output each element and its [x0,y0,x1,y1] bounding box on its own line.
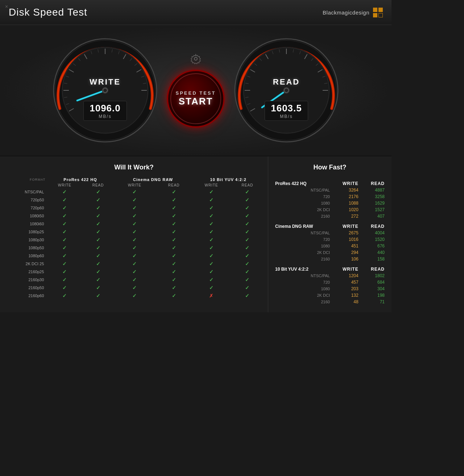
write-value: 3264 [333,187,360,193]
format-cell: 2K DCI 25 [4,260,47,268]
close-button[interactable]: × [3,3,10,10]
read-value: 198 [360,292,386,299]
table-row: 1080p50✓✓✓✓✓✓ [4,244,264,252]
write-value: 1020 [333,206,360,213]
write-gauge-unit: MB/s [90,114,121,119]
check-cell: ✓ [47,284,82,292]
will-it-work-table: FORMAT ProRes 422 HQ Cinema DNG RAW 10 B… [4,177,264,300]
write-gauge: WRITE 1096.0 MB/s [51,36,160,145]
check-cell: ✓ [231,204,264,212]
codec-label: Cinema DNG RAW [274,219,333,230]
write-value: 272 [333,213,360,219]
row-label: 2160 [280,299,333,305]
check-cell: ✓ [114,284,156,292]
check-cell: ✓ [114,276,156,284]
check-cell: ✓ [114,188,156,196]
center-controls: SPEED TEST START [167,53,225,128]
list-item: 2K DCI 132 198 [274,292,386,299]
start-btn-line2: START [179,96,213,107]
list-item: NTSC/PAL 1204 1802 [274,272,386,279]
table-row: 2160p60✓✓✓✓✗✓ [4,292,264,300]
write-value: 132 [333,292,360,299]
write-gauge-value-box: 1096.0 MB/s [83,101,127,121]
list-item: 720 2176 3258 [274,193,386,200]
check-cell: ✓ [156,260,192,268]
read-value: 440 [360,249,386,256]
check-cell: ✓ [47,244,82,252]
th-wr3: WRITE [192,182,231,188]
codec-header-10bit: 10 Bit YUV 4:2:2 [192,177,264,182]
check-cell: ✓ [192,252,231,260]
check-cell: ✓ [192,212,231,220]
check-cell: ✓ [47,220,82,228]
th-rd2: READ [156,182,192,188]
list-item: 720 1016 1520 [274,236,386,243]
check-cell: ✓ [114,196,156,204]
row-label: 1080 [280,243,333,249]
read-header: READ [360,262,386,272]
codec-label: 10 Bit YUV 4:2:2 [274,262,333,272]
list-item: 2K DCI 294 440 [274,249,386,256]
check-cell: ✓ [192,188,231,196]
read-gauge: READ 1603.5 MB/s [232,36,341,145]
read-value: 304 [360,286,386,292]
format-cell: 1080p25 [4,228,47,236]
table-row: 720p60✓✓✓✓✓✓ [4,204,264,212]
format-cell: 2160p30 [4,276,47,284]
table-row: 1080p30✓✓✓✓✓✓ [4,236,264,244]
check-cell: ✓ [156,284,192,292]
row-label: 2K DCI [280,292,333,299]
check-cell: ✓ [231,228,264,236]
check-cell: ✓ [231,276,264,284]
check-cell: ✓ [231,236,264,244]
check-cell: ✓ [82,188,113,196]
read-header: READ [360,177,386,187]
read-gauge-value: 1603.5 [271,103,302,114]
check-cell: ✓ [231,252,264,260]
check-cell: ✓ [47,212,82,220]
table-row: 2K DCI 25✓✓✓✓✓✓ [4,260,264,268]
app-title: Disk Speed Test [9,7,87,18]
check-cell: ✓ [156,252,192,260]
sq1 [373,8,377,12]
read-value: 676 [360,243,386,249]
check-cell: ✓ [47,252,82,260]
settings-icon[interactable] [190,53,201,64]
svg-point-30 [194,57,197,60]
th-rd3: READ [231,182,264,188]
check-cell: ✓ [192,276,231,284]
write-gauge-value: 1096.0 [90,103,121,114]
check-cell: ✓ [156,204,192,212]
read-value: 1520 [360,236,386,243]
check-cell: ✓ [82,268,113,276]
check-cell: ✓ [114,268,156,276]
how-fast-table: ProRes 422 HQWRITEREAD NTSC/PAL 3264 488… [274,177,386,305]
sq2 [378,8,383,12]
format-cell: 2160p25 [4,268,47,276]
check-cell: ✓ [47,268,82,276]
write-header: WRITE [333,177,360,187]
check-cell: ✓ [231,188,264,196]
start-button[interactable]: SPEED TEST START [167,70,225,128]
start-btn-line1: SPEED TEST [176,90,216,96]
list-item: 2K DCI 1020 1527 [274,206,386,213]
table-row: 1080p25✓✓✓✓✓✓ [4,228,264,236]
read-header: READ [360,219,386,230]
check-cell: ✓ [156,196,192,204]
write-value: 457 [333,279,360,286]
brand-icon [373,8,383,17]
check-cell: ✓ [156,212,192,220]
check-cell: ✓ [82,252,113,260]
check-cell: ✓ [47,236,82,244]
check-cell: ✓ [156,244,192,252]
write-gauge-svg [51,36,160,145]
sq4 [378,13,383,17]
check-cell: ✓ [114,220,156,228]
check-cell: ✗ [192,292,231,300]
list-item: NTSC/PAL 2675 4004 [274,230,386,236]
list-item: 2160 272 407 [274,213,386,219]
check-cell: ✓ [114,236,156,244]
format-col-header: FORMAT [4,177,47,182]
check-cell: ✓ [82,212,113,220]
codec-header-row: ProRes 422 HQWRITEREAD [274,177,386,187]
